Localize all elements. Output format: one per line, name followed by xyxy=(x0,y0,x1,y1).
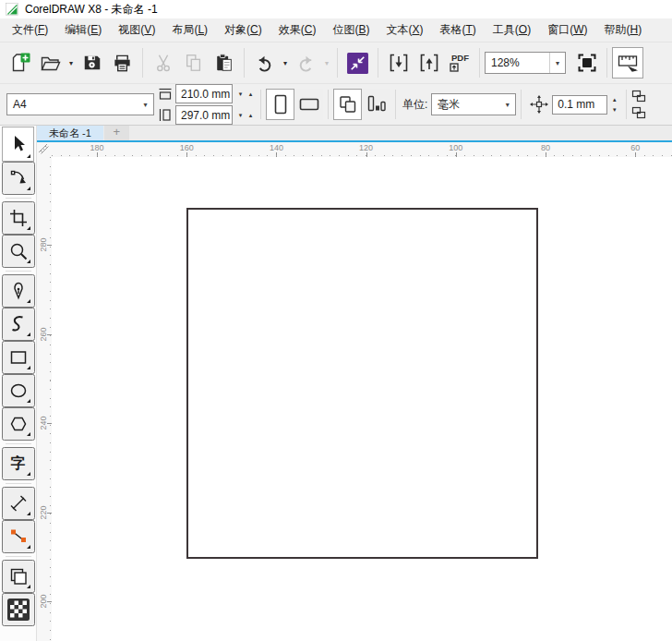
horizontal-ruler[interactable]: 1801601401201008060 xyxy=(52,142,672,157)
menu-layout[interactable]: 布局(L) xyxy=(163,18,216,42)
tool-drop-shadow[interactable] xyxy=(2,560,35,593)
save-button[interactable] xyxy=(77,47,107,79)
toolbox-separator xyxy=(6,271,31,272)
open-button[interactable] xyxy=(35,47,66,79)
import-button[interactable] xyxy=(383,47,414,79)
menu-bitmaps[interactable]: 位图(B) xyxy=(324,18,378,42)
nudge-spinner[interactable]: ▴▾ xyxy=(607,94,621,115)
parallel-dimension-tool-icon xyxy=(8,493,29,514)
page-width-spinner[interactable]: ▾▴ xyxy=(235,84,256,103)
menu-object[interactable]: 对象(C) xyxy=(216,18,270,42)
tool-parallel-dimension[interactable] xyxy=(2,487,35,520)
propbar-separator xyxy=(521,90,522,119)
welcome-screen-button[interactable] xyxy=(342,47,373,79)
paste-button[interactable] xyxy=(209,47,239,79)
current-page-icon xyxy=(366,94,387,115)
page-height-field[interactable]: 297.0 mm xyxy=(175,105,233,125)
tool-crop[interactable] xyxy=(2,201,35,235)
tool-shape[interactable] xyxy=(2,162,35,195)
tool-ellipse[interactable] xyxy=(2,374,35,407)
undo-button[interactable] xyxy=(249,47,280,79)
menu-file[interactable]: 文件(F) xyxy=(4,18,56,42)
import-icon xyxy=(388,52,410,74)
shape-tool-icon xyxy=(8,168,29,188)
ellipse-tool-icon xyxy=(8,381,29,401)
tool-straight-line-connector[interactable] xyxy=(2,520,35,553)
tool-freehand[interactable] xyxy=(2,274,35,308)
units-caret[interactable]: ▾ xyxy=(499,94,515,115)
ruler-label: 160 xyxy=(180,143,194,152)
menu-help[interactable]: 帮助(H) xyxy=(595,18,650,42)
nudge-offset-icon xyxy=(530,95,548,114)
show-rulers-button[interactable] xyxy=(612,47,643,79)
new-document-button[interactable] xyxy=(5,47,35,79)
full-screen-preview-button[interactable] xyxy=(571,47,602,79)
all-pages-button[interactable] xyxy=(333,89,362,120)
page-size-caret[interactable]: ▾ xyxy=(138,94,153,115)
drawing-canvas[interactable] xyxy=(52,157,672,641)
units-combo[interactable]: 毫米 ▾ xyxy=(431,93,516,115)
menu-effects[interactable]: 效果(C) xyxy=(270,18,325,42)
new-document-icon xyxy=(9,52,31,74)
menu-edit[interactable]: 编辑(E) xyxy=(56,18,110,42)
tool-artistic-media[interactable] xyxy=(2,308,35,341)
zoom-level-value: 128% xyxy=(486,56,549,69)
tool-transparency[interactable] xyxy=(2,593,35,626)
undo-dropdown-caret[interactable]: ▾ xyxy=(280,59,291,67)
title-bar: CorelDRAW X8 - 未命名 -1 xyxy=(0,0,672,18)
tool-text[interactable]: 字 xyxy=(2,447,35,480)
welcome-screen-icon xyxy=(346,52,369,75)
redo-icon xyxy=(295,53,317,74)
cut-icon xyxy=(153,53,174,73)
vertical-ruler[interactable]: 280260240220200 xyxy=(37,157,52,641)
copy-icon xyxy=(184,53,204,73)
page-width-field[interactable]: 210.0 mm xyxy=(175,84,233,103)
menu-tools[interactable]: 工具(O) xyxy=(485,18,539,42)
zoom-level-combo[interactable]: 128% ▾ xyxy=(485,52,566,74)
publish-pdf-button[interactable]: PDF xyxy=(444,47,474,79)
tool-polygon[interactable] xyxy=(2,407,35,441)
menu-text[interactable]: 文本(X) xyxy=(378,18,431,42)
duplicate-distance-icon xyxy=(631,106,650,120)
page-size-value: A4 xyxy=(7,98,138,111)
toolbar-separator xyxy=(142,48,143,78)
units-value: 毫米 xyxy=(432,97,499,113)
zoom-tool-icon xyxy=(8,241,29,261)
portrait-button[interactable] xyxy=(266,89,294,120)
menu-table[interactable]: 表格(T) xyxy=(431,18,484,42)
page-size-combo[interactable]: A4 ▾ xyxy=(6,93,154,115)
tool-zoom[interactable] xyxy=(2,235,35,268)
new-document-tab-button[interactable]: + xyxy=(104,126,129,140)
page-outline xyxy=(186,208,538,559)
page-height-icon xyxy=(158,108,173,122)
open-dropdown-caret[interactable]: ▾ xyxy=(66,59,77,67)
document-tab-active[interactable]: 未命名 -1 xyxy=(37,126,103,140)
copy-button xyxy=(178,47,209,79)
tool-rectangle[interactable] xyxy=(2,341,35,374)
duplicate-distance-icon xyxy=(631,90,650,103)
duplicate-distance-group xyxy=(631,90,650,120)
toolbox-separator xyxy=(6,443,31,444)
nudge-distance-field[interactable]: 0.1 mm xyxy=(552,95,607,115)
menu-window[interactable]: 窗口(W) xyxy=(539,18,595,42)
zoom-level-caret[interactable]: ▾ xyxy=(549,53,565,73)
page-height-spinner[interactable]: ▾▴ xyxy=(235,105,256,125)
menu-view[interactable]: 视图(V) xyxy=(110,18,163,42)
document-tab-strip: 未命名 -1 + xyxy=(37,126,672,140)
page-width-value: 210.0 mm xyxy=(181,88,230,101)
print-button[interactable] xyxy=(107,47,138,79)
save-icon xyxy=(82,53,102,73)
current-page-button[interactable] xyxy=(362,89,390,120)
publish-pdf-icon: PDF xyxy=(447,52,472,74)
toolbox-separator xyxy=(6,483,31,484)
polygon-tool-icon xyxy=(8,414,29,434)
landscape-button[interactable] xyxy=(294,89,323,120)
export-button[interactable] xyxy=(414,47,444,79)
toolbar-separator xyxy=(378,48,378,78)
connector-tool-icon xyxy=(8,526,29,547)
tool-pick[interactable] xyxy=(2,127,34,162)
nudge-distance-value: 0.1 mm xyxy=(558,98,594,111)
menu-bar: 文件(F) 编辑(E) 视图(V) 布局(L) 对象(C) 效果(C) 位图(B… xyxy=(0,18,672,42)
portrait-icon xyxy=(271,93,290,115)
ruler-origin-corner[interactable] xyxy=(37,142,52,157)
